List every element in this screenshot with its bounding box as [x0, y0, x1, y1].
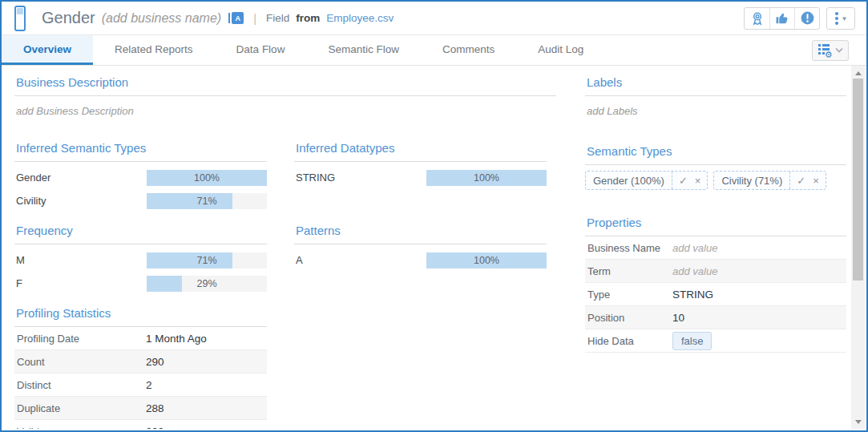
business-name-placeholder[interactable]: (add business name) — [102, 11, 221, 26]
business-description-title: Business Description — [14, 75, 556, 96]
header-action-group — [744, 7, 820, 30]
semantic-type-bar-row: Civility 71% — [14, 189, 267, 212]
tab-data-flow[interactable]: Data Flow — [215, 35, 307, 65]
string-type-icon: A — [232, 12, 244, 24]
kebab-menu-icon — [835, 12, 838, 25]
labels-placeholder[interactable]: add Labels — [587, 105, 846, 117]
semantic-types-title: Semantic Types — [585, 144, 846, 165]
approve-check-icon[interactable]: ✓ — [679, 175, 688, 187]
datatype-bar-row: STRING 100% — [294, 166, 547, 189]
exclamation-circle-icon — [800, 10, 815, 26]
labels-title: Labels — [585, 75, 846, 96]
scroll-down-arrow[interactable] — [851, 416, 865, 427]
endorse-button[interactable] — [769, 8, 794, 29]
pattern-bar-row: A 100% — [294, 248, 547, 272]
issue-button[interactable] — [794, 8, 819, 29]
table-row: Hide Data false — [585, 329, 846, 353]
stat-label: Distinct — [14, 379, 146, 391]
frequency-title: Frequency — [14, 224, 267, 244]
stat-value: 2 — [146, 379, 152, 391]
scroll-up-arrow[interactable] — [851, 67, 865, 79]
property-label: Business Name — [585, 242, 672, 254]
remove-x-icon[interactable]: × — [695, 175, 701, 187]
percent-bar: 100% — [147, 170, 267, 186]
table-row: Type STRING — [585, 283, 846, 306]
property-label: Term — [585, 265, 672, 277]
tab-overview[interactable]: Overview — [2, 35, 93, 65]
table-row: Count 290 — [14, 350, 267, 373]
percent-value: 71% — [147, 193, 267, 209]
tab-bar: Overview Related Reports Data Flow Seman… — [2, 35, 866, 66]
property-value-placeholder[interactable]: add value — [672, 242, 717, 254]
view-settings-button[interactable]: ⚙ — [812, 40, 849, 61]
section-labels: Labels add Labels — [585, 75, 846, 117]
percent-bar: 100% — [426, 170, 547, 186]
section-inferred-semantic-types: Inferred Semantic Types Gender 100% Civ — [14, 141, 267, 212]
section-patterns: Patterns A 100% — [294, 224, 547, 272]
hide-data-toggle[interactable]: false — [672, 332, 712, 350]
scrollbar-thumb[interactable] — [853, 79, 863, 281]
app-window: Gender (add business name) A | Field fro… — [0, 0, 868, 432]
header: Gender (add business name) A | Field fro… — [2, 2, 866, 35]
list-settings-icon: ⚙ — [818, 44, 831, 56]
section-business-description: Business Description add Business Descri… — [14, 75, 556, 117]
stat-value: 290 — [146, 426, 164, 430]
datatype-badge: A — [228, 12, 244, 24]
tab-semantic-flow[interactable]: Semantic Flow — [306, 35, 421, 65]
frequency-bar-row: F 29% — [14, 272, 267, 295]
stat-value: 1 Month Ago — [146, 333, 207, 345]
percent-value: 29% — [147, 276, 267, 292]
percent-bar: 71% — [147, 252, 267, 268]
header-actions: ▾ — [744, 7, 855, 30]
section-inferred-datatypes: Inferred Datatypes STRING 100% — [294, 141, 547, 189]
overview-content: Business Description add Business Descri… — [3, 67, 865, 429]
inferred-datatypes-title: Inferred Datatypes — [294, 141, 547, 162]
bar-label: Civility — [14, 195, 147, 207]
percent-value: 100% — [426, 252, 547, 268]
table-row: Position 10 — [585, 306, 846, 329]
business-description-placeholder[interactable]: add Business Description — [16, 105, 556, 117]
percent-value: 71% — [147, 252, 267, 268]
property-label: Position — [585, 312, 672, 324]
section-properties: Properties Business Name add value Term … — [585, 216, 846, 353]
table-row: Valid 290 — [14, 420, 267, 429]
bar-label: A — [294, 254, 426, 266]
property-value: 10 — [672, 312, 684, 324]
ribbon-award-icon — [749, 10, 765, 26]
entity-kind-label: Field — [266, 12, 289, 24]
bar-label: F — [14, 277, 147, 289]
semantic-type-chip[interactable]: Civility (71%) ✓ × — [713, 171, 826, 190]
right-column: Labels add Labels Semantic Types Gender … — [585, 75, 846, 429]
from-label: from — [296, 12, 320, 24]
chip-actions: ✓ × — [789, 172, 826, 189]
gear-icon: ⚙ — [825, 50, 833, 59]
properties-title: Properties — [585, 216, 846, 236]
table-row: Distinct 2 — [14, 373, 267, 397]
chevron-down-icon: ▾ — [842, 14, 846, 22]
tab-comments[interactable]: Comments — [421, 35, 516, 65]
inner-middle-column: Inferred Datatypes STRING 100% — [294, 141, 547, 429]
certify-button[interactable] — [745, 8, 769, 29]
tab-related-reports[interactable]: Related Reports — [93, 35, 215, 65]
property-label: Hide Data — [585, 335, 672, 347]
more-options-button[interactable]: ▾ — [826, 7, 855, 30]
chip-label: Civility (71%) — [714, 175, 789, 187]
stat-label: Profiling Date — [14, 333, 146, 345]
tab-audit-log[interactable]: Audit Log — [516, 35, 605, 65]
approve-check-icon[interactable]: ✓ — [797, 175, 805, 187]
source-file-link[interactable]: Employee.csv — [326, 12, 394, 24]
percent-value: 100% — [147, 170, 267, 186]
profiling-statistics-title: Profiling Statistics — [14, 306, 267, 327]
percent-value: 100% — [426, 170, 547, 186]
semantic-type-chip[interactable]: Gender (100%) ✓ × — [585, 171, 708, 190]
property-value-placeholder[interactable]: add value — [672, 265, 717, 277]
vertical-scrollbar[interactable] — [851, 66, 865, 429]
percent-bar: 100% — [426, 252, 547, 268]
remove-x-icon[interactable]: × — [813, 175, 819, 187]
stat-value: 288 — [146, 402, 164, 414]
field-column-icon — [14, 6, 26, 31]
table-row: Business Name add value — [585, 236, 846, 260]
chip-actions: ✓ × — [672, 172, 708, 189]
stat-label: Count — [14, 356, 146, 368]
frequency-bar-row: M 71% — [14, 248, 267, 272]
